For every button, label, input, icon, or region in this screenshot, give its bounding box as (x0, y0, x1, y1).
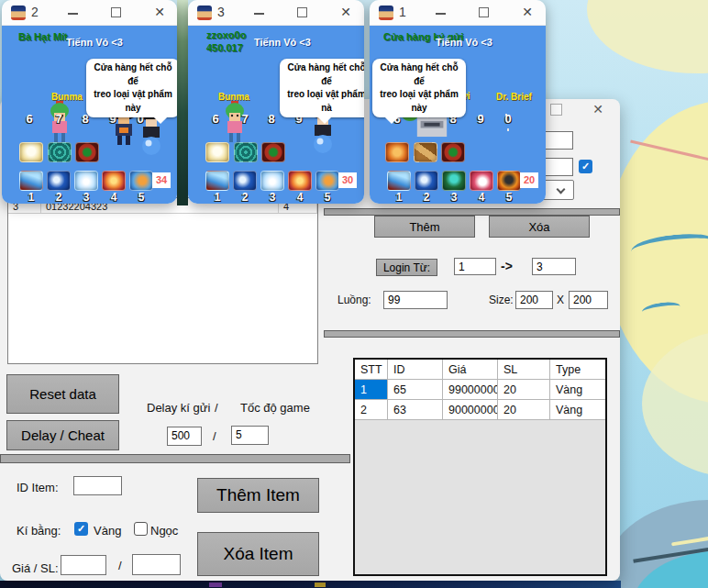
minimize-icon[interactable] (436, 13, 446, 15)
item-icon[interactable] (385, 142, 409, 162)
chevron-down-icon (557, 185, 566, 194)
titlebar: 1 ✕ (370, 0, 546, 26)
items-table[interactable]: STT ID Giá SL Type 1 65 99000000 20 Vàng… (353, 358, 607, 576)
them-item-button[interactable]: Thêm Item (197, 478, 319, 513)
hotbar-icon[interactable] (315, 171, 339, 191)
reset-data-button[interactable]: Reset data (6, 374, 119, 414)
login-to-input[interactable]: 3 (532, 258, 576, 275)
hotbar-icon[interactable] (74, 171, 98, 191)
minimize-icon[interactable] (68, 13, 78, 15)
item-icon[interactable] (205, 142, 229, 162)
slot-number: 4 (288, 191, 312, 204)
hotbar-icon[interactable] (442, 171, 466, 191)
table-cell[interactable]: Vàng (550, 380, 605, 399)
table-row[interactable]: 2 63 90000000 20 Vàng (355, 400, 605, 420)
close-icon[interactable]: ✕ (151, 4, 168, 20)
item-icon[interactable] (261, 142, 285, 162)
divider (324, 208, 620, 216)
table-cell[interactable]: 65 (388, 380, 443, 399)
hotbar-icon[interactable] (205, 171, 229, 191)
game-viewport[interactable]: Cửa hàng ký gửi Tiếnn Vỏ <3 Cửa hàng ký … (370, 26, 546, 204)
account-list[interactable]: 3 01232204323 4 (7, 197, 318, 364)
stall-number: 6 (209, 112, 222, 126)
player-name-label: Tiếnn Vỏ <3 (254, 37, 311, 48)
hotbar-icon[interactable] (288, 171, 312, 191)
maximize-icon[interactable] (297, 7, 307, 17)
size-width-input[interactable]: 200 (515, 291, 553, 309)
speed-input[interactable]: 5 (231, 426, 269, 445)
hotbar-icon[interactable] (47, 171, 71, 191)
table-cell[interactable]: Vàng (550, 400, 605, 419)
table-cell[interactable]: 20 (498, 380, 550, 399)
game-viewport[interactable]: zzoxo0o 450.017 Tiếnn Vỏ <3 Bunma Bà Hạt… (188, 26, 364, 204)
hotbar-icon[interactable] (387, 171, 411, 191)
maximize-icon[interactable] (550, 104, 562, 116)
them-button[interactable]: Thêm (374, 216, 475, 238)
xoa-button[interactable]: Xóa (489, 216, 590, 238)
close-icon[interactable]: ✕ (337, 4, 354, 20)
divider (0, 454, 350, 463)
stall-number: 9 (474, 112, 487, 126)
slot-number: 4 (470, 191, 493, 204)
gia-input[interactable] (61, 555, 106, 575)
window-title: 3 (217, 5, 225, 19)
col-header-gia: Giá (443, 360, 498, 379)
luong-input[interactable]: 99 (383, 291, 448, 309)
sl-input[interactable] (132, 554, 181, 575)
table-cell[interactable]: 20 (498, 400, 550, 419)
wallpaper-speck (315, 582, 326, 587)
hotbar-icon[interactable] (102, 171, 126, 191)
minimize-icon[interactable] (254, 13, 264, 15)
item-icon[interactable] (75, 142, 99, 162)
table-row[interactable]: 1 65 99000000 20 Vàng (355, 380, 605, 400)
divider (324, 330, 620, 338)
stall-number: 0 (502, 112, 514, 126)
wallpaper-speck (209, 582, 222, 587)
vang-checkbox[interactable]: ✓ (74, 522, 88, 536)
game-tooltip: Cửa hàng hết chỗ để treo loại vật phẩm n… (86, 59, 177, 117)
maximize-icon[interactable] (111, 7, 121, 17)
hotbar-icon[interactable] (470, 171, 493, 191)
maximize-icon[interactable] (479, 7, 489, 17)
hotbar-icon[interactable] (415, 171, 438, 191)
top-checkbox[interactable]: ✓ (579, 160, 592, 173)
game-window-3: 3 ✕ zzoxo0o 450.017 Tiếnn Vỏ <3 Bunma Bà… (188, 0, 364, 204)
ngoc-checkbox[interactable] (134, 522, 148, 536)
player-name-label: Tiếnn Vỏ <3 (66, 37, 123, 48)
hotbar-icon[interactable] (260, 171, 284, 191)
game-viewport[interactable]: Bà Hạt Mít Tiếnn Vỏ <3 Bunma Bà Hạt Mít … (2, 26, 177, 204)
login-from-input[interactable]: 1 (454, 258, 496, 275)
table-cell[interactable]: 99000000 (443, 380, 498, 399)
table-cell[interactable]: 90000000 (443, 400, 498, 419)
ki-bang-label: Kí bằng: (17, 524, 61, 538)
item-icon[interactable] (234, 142, 258, 162)
close-icon[interactable]: ✕ (519, 4, 536, 20)
slot-number: 2 (47, 191, 71, 204)
counter-badge: 34 (152, 172, 171, 188)
slot-number: 3 (442, 191, 466, 204)
table-cell[interactable]: 1 (355, 380, 388, 399)
slash-label: / (215, 401, 218, 415)
id-item-input[interactable] (73, 476, 122, 495)
counter-badge: 30 (338, 172, 357, 188)
hotbar-icon[interactable] (19, 171, 43, 191)
item-icon[interactable] (19, 142, 43, 162)
hotbar-icon[interactable] (129, 171, 153, 191)
table-cell[interactable]: 63 (388, 400, 443, 419)
login-tu-button[interactable]: Login Từ: (376, 259, 437, 276)
wallpaper-bottom-strip (0, 581, 621, 588)
item-icon[interactable] (48, 142, 72, 162)
hotbar-icon[interactable] (233, 171, 257, 191)
size-height-input[interactable]: 200 (569, 291, 608, 309)
game-tooltip: Cửa hàng hết chỗ để treo loại vật phẩm n… (280, 59, 364, 117)
slot-number: 4 (102, 191, 126, 204)
slot-number: 5 (129, 191, 153, 204)
x-label: X (557, 294, 564, 306)
slot-number: 1 (387, 191, 411, 204)
delay-cheat-button[interactable]: Delay / Cheat (6, 420, 119, 450)
close-icon[interactable]: ✕ (590, 101, 606, 117)
xoa-item-button[interactable]: Xóa Item (197, 532, 319, 576)
table-cell[interactable]: 2 (355, 400, 388, 419)
hotbar-icon[interactable] (497, 171, 521, 191)
delay-input[interactable]: 500 (167, 427, 202, 446)
